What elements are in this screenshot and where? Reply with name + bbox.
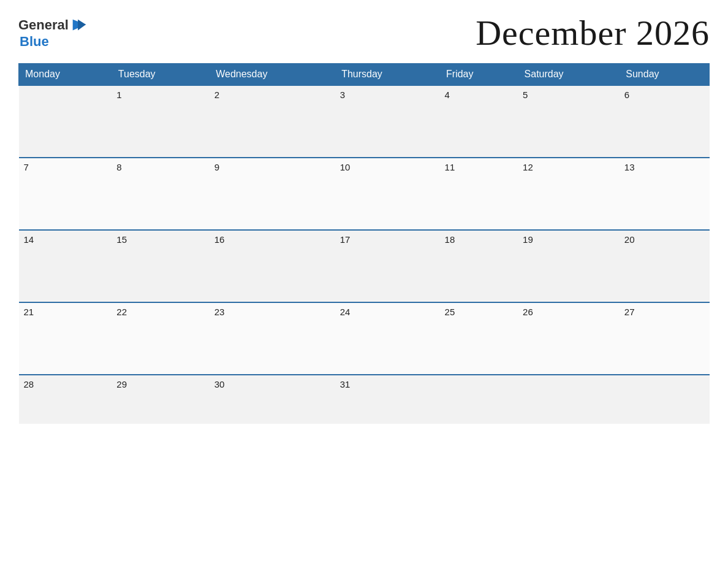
logo-general-text: General — [18, 17, 69, 33]
calendar-cell: 23 — [210, 302, 335, 375]
days-of-week-row: Monday Tuesday Wednesday Thursday Friday… — [19, 64, 710, 86]
calendar-cell: 10 — [335, 158, 440, 230]
calendar-cell: 25 — [440, 302, 518, 375]
calendar-cell: 14 — [19, 230, 112, 302]
col-tuesday: Tuesday — [112, 64, 209, 86]
calendar-cell: 15 — [112, 230, 209, 302]
calendar-cell — [19, 85, 112, 158]
calendar-cell: 18 — [440, 230, 518, 302]
calendar-cell: 19 — [518, 230, 620, 302]
col-sunday: Sunday — [620, 64, 710, 86]
calendar-cell: 29 — [112, 375, 209, 424]
calendar-cell — [440, 375, 518, 424]
calendar-body: 1 2 3 4 5 6 7 8 9 10 11 12 13 14 15 16 — [19, 85, 710, 424]
calendar-cell: 27 — [620, 302, 710, 375]
calendar-cell: 20 — [620, 230, 710, 302]
calendar-header: Monday Tuesday Wednesday Thursday Friday… — [19, 64, 710, 86]
calendar-cell: 22 — [112, 302, 209, 375]
calendar-cell — [518, 375, 620, 424]
calendar-cell: 17 — [335, 230, 440, 302]
calendar-cell: 26 — [518, 302, 620, 375]
calendar-cell: 9 — [210, 158, 335, 230]
calendar-cell: 2 — [210, 85, 335, 158]
col-monday: Monday — [19, 64, 112, 86]
week-row: 7 8 9 10 11 12 13 — [19, 158, 710, 230]
week-row: 21 22 23 24 25 26 27 — [19, 302, 710, 375]
calendar-cell: 13 — [620, 158, 710, 230]
calendar-cell: 5 — [518, 85, 620, 158]
calendar-cell: 16 — [210, 230, 335, 302]
week-row: 28 29 30 31 — [19, 375, 710, 424]
page: General Blue December 2026 Monday Tuesda… — [0, 0, 728, 563]
calendar-cell: 21 — [19, 302, 112, 375]
calendar-cell: 3 — [335, 85, 440, 158]
calendar-cell: 6 — [620, 85, 710, 158]
calendar-cell — [620, 375, 710, 424]
calendar-cell: 11 — [440, 158, 518, 230]
logo-triangle-icon — [70, 17, 87, 34]
header: General Blue December 2026 — [18, 12, 710, 53]
svg-marker-1 — [78, 19, 86, 30]
logo: General Blue — [18, 17, 87, 50]
month-title: December 2026 — [476, 12, 710, 53]
calendar-cell: 24 — [335, 302, 440, 375]
week-row: 1 2 3 4 5 6 — [19, 85, 710, 158]
col-thursday: Thursday — [335, 64, 440, 86]
logo-blue-text: Blue — [20, 34, 49, 50]
week-row: 14 15 16 17 18 19 20 — [19, 230, 710, 302]
col-friday: Friday — [440, 64, 518, 86]
logo-row1: General — [18, 17, 87, 34]
calendar-table: Monday Tuesday Wednesday Thursday Friday… — [18, 63, 710, 424]
col-wednesday: Wednesday — [210, 64, 335, 86]
calendar-cell: 30 — [210, 375, 335, 424]
calendar-cell: 12 — [518, 158, 620, 230]
calendar-cell: 1 — [112, 85, 209, 158]
calendar-cell: 8 — [112, 158, 209, 230]
col-saturday: Saturday — [518, 64, 620, 86]
calendar-cell: 7 — [19, 158, 112, 230]
calendar-cell: 28 — [19, 375, 112, 424]
calendar-cell: 31 — [335, 375, 440, 424]
calendar-cell: 4 — [440, 85, 518, 158]
logo-row2: Blue — [20, 34, 49, 50]
